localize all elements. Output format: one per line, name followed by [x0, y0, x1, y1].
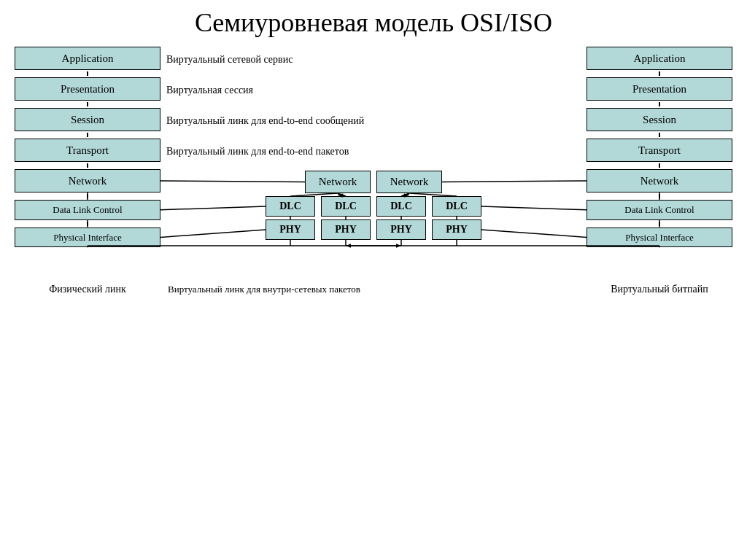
right-conn-5 — [659, 194, 660, 198]
right-stack: Application Presentation Session Transpo… — [587, 47, 732, 276]
dlc-1: DLC — [266, 196, 315, 217]
network-middle-row: Network Network — [160, 171, 587, 193]
left-transport: Transport — [15, 139, 160, 162]
right-phy: Physical Interface — [587, 228, 732, 248]
right-session: Session — [587, 108, 732, 131]
bottom-label-mid: Виртуальный линк для внутри-сетевых паке… — [160, 281, 587, 295]
spacer4 — [160, 165, 587, 169]
diagram-wrapper: Application Presentation Session Transpo… — [15, 47, 732, 295]
right-conn-4 — [659, 163, 660, 168]
left-conn-1 — [87, 71, 88, 76]
dlc-4: DLC — [432, 196, 481, 217]
right-transport: Transport — [587, 139, 732, 162]
bottom-label-left: Физический линк — [15, 281, 160, 295]
left-session: Session — [15, 108, 160, 131]
left-conn-3 — [87, 133, 88, 137]
right-conn-1 — [659, 71, 660, 76]
left-phy: Physical Interface — [15, 228, 160, 248]
phy-2: PHY — [321, 219, 371, 240]
left-conn-6 — [87, 222, 88, 226]
middle-area: Виртуальный сетевой сервис Виртуальная с… — [160, 47, 587, 276]
label-trans-row: Виртуальный линк для end-to-end пакетов — [160, 139, 587, 165]
spacer5 — [160, 193, 587, 195]
page: Семиуровневая модель OSI/ISO Application… — [0, 0, 747, 560]
mid-lines-svg — [160, 240, 587, 276]
left-conn-5 — [87, 194, 88, 198]
label-pres: Виртуальная сессия — [160, 85, 253, 96]
diagram-area: Application Presentation Session Transpo… — [15, 47, 732, 276]
spacer6 — [160, 217, 587, 218]
label-sess-row: Виртуальный линк для end-to-end сообщени… — [160, 108, 587, 134]
dlc-3: DLC — [376, 196, 426, 217]
label-pres-row: Виртуальная сессия — [160, 77, 587, 104]
right-application: Application — [587, 47, 732, 70]
right-conn-6 — [659, 222, 660, 226]
bottom-label-right: Виртуальный битпайп — [587, 281, 732, 295]
phy-row: PHY PHY PHY PHY — [160, 219, 587, 240]
phy-1: PHY — [266, 219, 315, 240]
left-application: Application — [15, 47, 160, 70]
phy-4: PHY — [432, 219, 481, 240]
phy-3: PHY — [376, 219, 426, 240]
label-app: Виртуальный сетевой сервис — [160, 54, 293, 66]
left-dlc: Data Link Control — [15, 200, 160, 220]
left-presentation: Presentation — [15, 77, 160, 101]
left-network: Network — [15, 169, 160, 192]
dlc-2: DLC — [321, 196, 371, 217]
mid-network-2: Network — [376, 171, 442, 193]
label-sess: Виртуальный линк для end-to-end сообщени… — [160, 115, 364, 127]
left-stack: Application Presentation Session Transpo… — [15, 47, 160, 276]
right-presentation: Presentation — [587, 77, 732, 101]
page-title: Семиуровневая модель OSI/ISO — [15, 7, 732, 38]
right-conn-2 — [659, 102, 660, 106]
bottom-labels: Физический линк Виртуальный линк для вну… — [15, 281, 732, 295]
mid-conn-area — [160, 240, 587, 276]
label-trans: Виртуальный линк для end-to-end пакетов — [160, 146, 349, 158]
dlc-row: DLC DLC DLC DLC — [160, 196, 587, 217]
mid-network-1: Network — [305, 171, 371, 193]
right-network: Network — [587, 169, 732, 192]
left-conn-4 — [87, 163, 88, 168]
label-app-row: Виртуальный сетевой сервис — [160, 47, 587, 73]
right-conn-3 — [659, 133, 660, 137]
left-conn-2 — [87, 102, 88, 106]
right-dlc: Data Link Control — [587, 200, 732, 220]
